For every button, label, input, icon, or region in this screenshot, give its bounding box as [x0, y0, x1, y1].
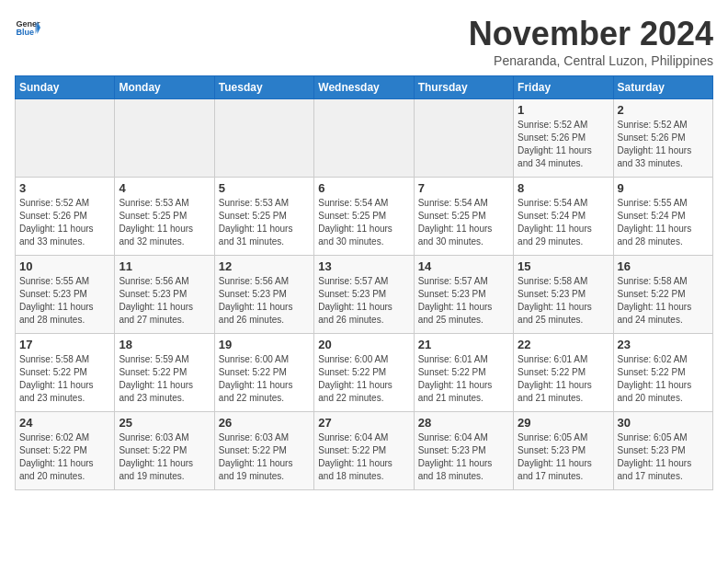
calendar-week-1: 1Sunrise: 5:52 AM Sunset: 5:26 PM Daylig…: [16, 99, 713, 178]
day-number: 29: [518, 416, 609, 430]
day-detail: Sunrise: 5:56 AM Sunset: 5:23 PM Dayligh…: [119, 275, 210, 327]
day-detail: Sunrise: 5:55 AM Sunset: 5:23 PM Dayligh…: [19, 275, 110, 327]
day-number: 21: [418, 338, 509, 351]
day-number: 20: [318, 338, 409, 351]
calendar-cell: 25Sunrise: 6:03 AM Sunset: 5:22 PM Dayli…: [115, 412, 214, 490]
weekday-header-saturday: Saturday: [613, 76, 712, 99]
calendar-cell: 11Sunrise: 5:56 AM Sunset: 5:23 PM Dayli…: [115, 256, 214, 334]
day-detail: Sunrise: 5:55 AM Sunset: 5:24 PM Dayligh…: [618, 197, 709, 248]
day-number: 12: [219, 259, 310, 273]
day-detail: Sunrise: 5:57 AM Sunset: 5:23 PM Dayligh…: [318, 275, 409, 327]
calendar-cell: 13Sunrise: 5:57 AM Sunset: 5:23 PM Dayli…: [314, 256, 414, 334]
day-number: 5: [219, 181, 310, 195]
calendar-cell: 29Sunrise: 6:05 AM Sunset: 5:23 PM Dayli…: [514, 412, 613, 490]
day-number: 6: [318, 181, 409, 195]
svg-text:Blue: Blue: [16, 28, 34, 37]
day-detail: Sunrise: 5:54 AM Sunset: 5:25 PM Dayligh…: [418, 197, 509, 248]
day-detail: Sunrise: 5:52 AM Sunset: 5:26 PM Dayligh…: [618, 119, 709, 170]
day-number: 30: [618, 416, 709, 430]
weekday-header-row: SundayMondayTuesdayWednesdayThursdayFrid…: [16, 76, 713, 99]
calendar-cell: 19Sunrise: 6:00 AM Sunset: 5:22 PM Dayli…: [214, 334, 313, 412]
day-detail: Sunrise: 6:03 AM Sunset: 5:22 PM Dayligh…: [219, 431, 310, 483]
calendar-cell: 14Sunrise: 5:57 AM Sunset: 5:23 PM Dayli…: [414, 256, 513, 334]
day-detail: Sunrise: 6:04 AM Sunset: 5:23 PM Dayligh…: [418, 431, 509, 483]
calendar-cell: [414, 99, 513, 178]
day-number: 13: [318, 259, 409, 273]
calendar-cell: 26Sunrise: 6:03 AM Sunset: 5:22 PM Dayli…: [214, 412, 313, 490]
subtitle: Penaranda, Central Luzon, Philippines: [469, 53, 713, 68]
day-detail: Sunrise: 6:05 AM Sunset: 5:23 PM Dayligh…: [618, 431, 709, 483]
day-detail: Sunrise: 5:52 AM Sunset: 5:26 PM Dayligh…: [518, 119, 609, 170]
calendar-cell: 17Sunrise: 5:58 AM Sunset: 5:22 PM Dayli…: [16, 334, 115, 412]
day-number: 16: [618, 259, 709, 273]
calendar-table: SundayMondayTuesdayWednesdayThursdayFrid…: [15, 75, 713, 490]
day-number: 17: [19, 338, 110, 351]
day-detail: Sunrise: 5:59 AM Sunset: 5:22 PM Dayligh…: [119, 353, 210, 405]
day-detail: Sunrise: 6:01 AM Sunset: 5:22 PM Dayligh…: [418, 353, 509, 405]
calendar-cell: 7Sunrise: 5:54 AM Sunset: 5:25 PM Daylig…: [414, 178, 513, 256]
calendar-cell: 27Sunrise: 6:04 AM Sunset: 5:22 PM Dayli…: [314, 412, 414, 490]
day-number: 8: [518, 181, 609, 195]
day-detail: Sunrise: 5:54 AM Sunset: 5:24 PM Dayligh…: [518, 197, 609, 248]
calendar-week-2: 3Sunrise: 5:52 AM Sunset: 5:26 PM Daylig…: [16, 178, 713, 256]
day-detail: Sunrise: 6:05 AM Sunset: 5:23 PM Dayligh…: [518, 431, 609, 483]
day-detail: Sunrise: 5:58 AM Sunset: 5:23 PM Dayligh…: [518, 275, 609, 327]
day-number: 10: [19, 259, 110, 273]
calendar-cell: 28Sunrise: 6:04 AM Sunset: 5:23 PM Dayli…: [414, 412, 513, 490]
calendar-week-5: 24Sunrise: 6:02 AM Sunset: 5:22 PM Dayli…: [16, 412, 713, 490]
day-detail: Sunrise: 5:52 AM Sunset: 5:26 PM Dayligh…: [19, 197, 110, 248]
calendar-cell: 23Sunrise: 6:02 AM Sunset: 5:22 PM Dayli…: [613, 334, 712, 412]
day-detail: Sunrise: 5:53 AM Sunset: 5:25 PM Dayligh…: [219, 197, 310, 248]
calendar-cell: 12Sunrise: 5:56 AM Sunset: 5:23 PM Dayli…: [214, 256, 313, 334]
calendar-body: 1Sunrise: 5:52 AM Sunset: 5:26 PM Daylig…: [16, 99, 713, 490]
calendar-cell: [115, 99, 214, 178]
calendar-week-4: 17Sunrise: 5:58 AM Sunset: 5:22 PM Dayli…: [16, 334, 713, 412]
month-title: November 2024: [469, 15, 713, 53]
day-detail: Sunrise: 6:03 AM Sunset: 5:22 PM Dayligh…: [119, 431, 210, 483]
day-number: 4: [119, 181, 210, 195]
calendar-cell: 9Sunrise: 5:55 AM Sunset: 5:24 PM Daylig…: [613, 178, 712, 256]
day-number: 9: [618, 181, 709, 195]
day-number: 1: [518, 103, 609, 117]
day-detail: Sunrise: 6:00 AM Sunset: 5:22 PM Dayligh…: [219, 353, 310, 405]
day-detail: Sunrise: 5:58 AM Sunset: 5:22 PM Dayligh…: [19, 353, 110, 405]
day-number: 7: [418, 181, 509, 195]
day-detail: Sunrise: 6:01 AM Sunset: 5:22 PM Dayligh…: [518, 353, 609, 405]
day-number: 22: [518, 338, 609, 351]
day-detail: Sunrise: 5:53 AM Sunset: 5:25 PM Dayligh…: [119, 197, 210, 248]
calendar-cell: 21Sunrise: 6:01 AM Sunset: 5:22 PM Dayli…: [414, 334, 513, 412]
day-number: 25: [119, 416, 210, 430]
calendar-cell: 10Sunrise: 5:55 AM Sunset: 5:23 PM Dayli…: [16, 256, 115, 334]
weekday-header-tuesday: Tuesday: [214, 76, 313, 99]
calendar-cell: 22Sunrise: 6:01 AM Sunset: 5:22 PM Dayli…: [514, 334, 613, 412]
day-detail: Sunrise: 5:56 AM Sunset: 5:23 PM Dayligh…: [219, 275, 310, 327]
day-number: 11: [119, 259, 210, 273]
day-number: 24: [19, 416, 110, 430]
calendar-cell: [314, 99, 414, 178]
calendar-cell: 8Sunrise: 5:54 AM Sunset: 5:24 PM Daylig…: [514, 178, 613, 256]
day-detail: Sunrise: 6:02 AM Sunset: 5:22 PM Dayligh…: [618, 353, 709, 405]
weekday-header-thursday: Thursday: [414, 76, 513, 99]
calendar-cell: 18Sunrise: 5:59 AM Sunset: 5:22 PM Dayli…: [115, 334, 214, 412]
title-area: November 2024 Penaranda, Central Luzon, …: [469, 15, 713, 68]
weekday-header-monday: Monday: [115, 76, 214, 99]
day-number: 18: [119, 338, 210, 351]
day-detail: Sunrise: 5:54 AM Sunset: 5:25 PM Dayligh…: [318, 197, 409, 248]
calendar-cell: [16, 99, 115, 178]
calendar-cell: 1Sunrise: 5:52 AM Sunset: 5:26 PM Daylig…: [514, 99, 613, 178]
calendar-cell: 15Sunrise: 5:58 AM Sunset: 5:23 PM Dayli…: [514, 256, 613, 334]
day-number: 2: [618, 103, 709, 117]
calendar-cell: 30Sunrise: 6:05 AM Sunset: 5:23 PM Dayli…: [613, 412, 712, 490]
day-number: 14: [418, 259, 509, 273]
day-number: 15: [518, 259, 609, 273]
calendar-cell: 20Sunrise: 6:00 AM Sunset: 5:22 PM Dayli…: [314, 334, 414, 412]
calendar-header: SundayMondayTuesdayWednesdayThursdayFrid…: [16, 76, 713, 99]
calendar-cell: 2Sunrise: 5:52 AM Sunset: 5:26 PM Daylig…: [613, 99, 712, 178]
day-detail: Sunrise: 6:04 AM Sunset: 5:22 PM Dayligh…: [318, 431, 409, 483]
calendar-cell: [214, 99, 313, 178]
calendar-cell: 4Sunrise: 5:53 AM Sunset: 5:25 PM Daylig…: [115, 178, 214, 256]
day-number: 28: [418, 416, 509, 430]
logo-icon: General Blue: [15, 15, 40, 40]
header: General Blue November 2024 Penaranda, Ce…: [15, 15, 713, 68]
day-detail: Sunrise: 6:02 AM Sunset: 5:22 PM Dayligh…: [19, 431, 110, 483]
